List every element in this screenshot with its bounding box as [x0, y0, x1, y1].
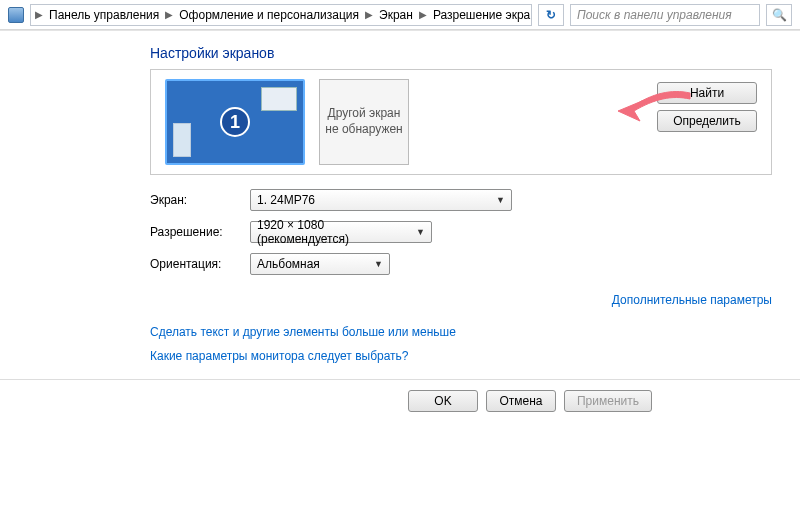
- crumb-display[interactable]: Экран: [375, 8, 417, 22]
- chevron-right-icon: ▶: [365, 9, 373, 20]
- crumb-appearance[interactable]: Оформление и персонализация: [175, 8, 363, 22]
- main-content: Настройки экранов 1 Другой экран не обна…: [0, 31, 800, 363]
- settings-form: Экран: 1. 24MP76 ▼ Разрешение: 1920 × 10…: [150, 189, 772, 275]
- search-button[interactable]: 🔍: [766, 4, 792, 26]
- monitor-1[interactable]: 1: [165, 79, 305, 165]
- monitor-number-badge: 1: [220, 107, 250, 137]
- text-size-link[interactable]: Сделать текст и другие элементы больше и…: [150, 325, 772, 339]
- search-input[interactable]: Поиск в панели управления: [570, 4, 760, 26]
- chevron-down-icon: ▼: [416, 227, 425, 237]
- find-button[interactable]: Найти: [657, 82, 757, 104]
- crumb-control-panel[interactable]: Панель управления: [45, 8, 163, 22]
- resolution-dropdown[interactable]: 1920 × 1080 (рекомендуется) ▼: [250, 221, 432, 243]
- screen-label: Экран:: [150, 193, 250, 207]
- advanced-settings-link[interactable]: Дополнительные параметры: [612, 293, 772, 307]
- advanced-link-row: Дополнительные параметры: [150, 293, 772, 307]
- refresh-icon: ↻: [546, 8, 556, 22]
- control-panel-icon: [8, 7, 24, 23]
- search-icon: 🔍: [772, 8, 787, 22]
- chevron-right-icon: ▶: [165, 9, 173, 20]
- dialog-buttons: OK Отмена Применить: [0, 390, 800, 412]
- window-decoration-icon: [173, 123, 191, 157]
- detect-button[interactable]: Определить: [657, 110, 757, 132]
- window-decoration-icon: [261, 87, 297, 111]
- breadcrumb[interactable]: ▶ Панель управления ▶ Оформление и персо…: [30, 4, 532, 26]
- screen-dropdown[interactable]: 1. 24MP76 ▼: [250, 189, 512, 211]
- orientation-label: Ориентация:: [150, 257, 250, 271]
- apply-button: Применить: [564, 390, 652, 412]
- chevron-right-icon: ▶: [35, 9, 43, 20]
- resolution-label: Разрешение:: [150, 225, 250, 239]
- divider: [0, 379, 800, 380]
- monitor-help-link[interactable]: Какие параметры монитора следует выбрать…: [150, 349, 772, 363]
- crumb-resolution[interactable]: Разрешение экрана: [429, 8, 532, 22]
- chevron-down-icon: ▼: [374, 259, 383, 269]
- address-bar: ▶ Панель управления ▶ Оформление и персо…: [0, 0, 800, 30]
- chevron-down-icon: ▼: [496, 195, 505, 205]
- cancel-button[interactable]: Отмена: [486, 390, 556, 412]
- page-title: Настройки экранов: [150, 45, 772, 61]
- monitor-not-detected[interactable]: Другой экран не обнаружен: [319, 79, 409, 165]
- orientation-dropdown[interactable]: Альбомная ▼: [250, 253, 390, 275]
- chevron-right-icon: ▶: [419, 9, 427, 20]
- display-preview: 1 Другой экран не обнаружен Найти Опреде…: [150, 69, 772, 175]
- ok-button[interactable]: OK: [408, 390, 478, 412]
- refresh-button[interactable]: ↻: [538, 4, 564, 26]
